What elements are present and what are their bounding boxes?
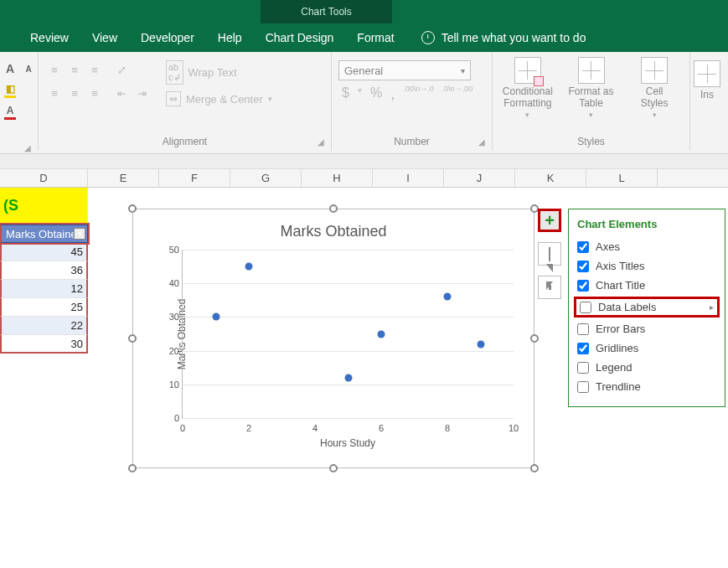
checkbox[interactable] [577,280,589,292]
plot-area[interactable]: Marks Obtained Hours Study 0102030405002… [182,250,514,419]
embedded-chart[interactable]: Marks Obtained Marks Obtained Hours Stud… [132,209,534,468]
tab-help[interactable]: Help [206,23,254,52]
orientation-icon[interactable]: ⤢ [112,60,131,79]
col-header[interactable]: H [302,169,373,187]
tab-developer[interactable]: Developer [129,23,206,52]
chart-element-option-axes[interactable]: Axes [577,237,716,256]
align-right-icon[interactable]: ≡ [85,84,104,102]
number-format-combo[interactable]: General ▾ [338,60,471,80]
align-center-icon[interactable]: ≡ [65,84,84,102]
chart-elements-button[interactable]: + [538,209,561,232]
wrap-text-button[interactable]: abc↲ Wrap Text [161,60,277,84]
checkbox[interactable] [577,261,589,272]
chart-element-option-chart-title[interactable]: Chart Title [577,276,716,295]
col-header[interactable]: E [88,169,159,187]
data-point[interactable] [477,340,484,348]
table-header-marks[interactable]: Marks Obtained ▾ [0,225,88,243]
col-header[interactable]: G [230,169,302,187]
dialog-launcher-icon[interactable]: ◢ [24,143,31,152]
tab-view[interactable]: View [80,23,129,52]
data-cell[interactable]: 22 [0,317,88,335]
formula-bar-strip [0,154,728,169]
y-tick-label: 50 [159,245,179,255]
resize-handle[interactable] [128,334,137,343]
tab-format[interactable]: Format [345,23,405,52]
percent-format-icon[interactable]: % [370,85,382,103]
chart-area[interactable]: Marks Obtained Marks Obtained Hours Stud… [142,218,525,459]
conditional-formatting-button[interactable]: Conditional Formatting ▾ [499,57,556,119]
decrease-decimal-icon[interactable]: .0\n→.00 [442,85,473,103]
align-middle-icon[interactable]: ≡ [65,60,84,79]
data-cell[interactable]: 25 [0,298,88,317]
data-cell[interactable]: 12 [0,280,88,298]
increase-decimal-icon[interactable]: .00\n→.0 [403,85,434,103]
col-header[interactable]: K [515,169,586,187]
resize-handle[interactable] [530,464,539,472]
title-cell[interactable]: (S [0,188,88,225]
data-point[interactable] [378,330,385,338]
chart-element-option-gridlines[interactable]: Gridlines [577,338,716,358]
cell-styles-button[interactable]: Cell Styles ▾ [626,57,683,119]
data-point[interactable] [245,263,253,271]
col-header[interactable]: I [373,169,444,187]
col-header[interactable]: F [159,169,230,187]
increase-indent-icon[interactable]: ⇥ [132,84,151,102]
data-point[interactable] [212,313,219,321]
align-left-icon[interactable]: ≡ [45,84,64,102]
resize-handle[interactable] [329,204,338,213]
resize-handle[interactable] [329,464,338,472]
chart-filters-button[interactable] [538,276,561,299]
decrease-indent-icon[interactable]: ⇤ [112,84,131,102]
tell-me-search[interactable]: Tell me what you want to do [406,31,586,44]
chart-element-option-data-labels[interactable]: Data Labels▸ [574,297,720,318]
x-axis-title[interactable]: Hours Study [182,437,514,449]
increase-font-icon[interactable]: A [2,60,18,77]
col-header[interactable]: D [0,169,88,187]
insert-cells-button[interactable]: Ins [694,60,720,101]
checkbox[interactable] [577,241,589,253]
checkbox[interactable] [580,302,591,313]
decrease-font-icon[interactable]: A [20,60,37,77]
data-point[interactable] [344,374,352,381]
ribbon-group-number: General ▾ $ ▾ % , .00\n→.0 .0\n→.00 Numb… [332,52,493,151]
checkbox[interactable] [577,323,589,335]
x-tick-label: 0 [180,423,185,433]
tab-chart-design[interactable]: Chart Design [254,23,346,52]
y-tick-label: 30 [159,312,179,322]
chart-element-option-axis-titles[interactable]: Axis Titles [577,256,716,276]
checkbox[interactable] [577,381,589,393]
format-as-table-button[interactable]: Format as Table ▾ [563,57,620,119]
resize-handle[interactable] [128,464,137,472]
accounting-format-icon[interactable]: $ [342,85,349,103]
dialog-launcher-icon[interactable]: ◢ [318,137,324,147]
chart-element-option-legend[interactable]: Legend [577,358,716,377]
dialog-launcher-icon[interactable]: ◢ [478,137,485,147]
data-cell[interactable]: 30 [0,335,88,354]
group-label-font: ◢ [2,147,31,149]
tab-review[interactable]: Review [18,23,80,52]
merge-center-button[interactable]: ⇔ Merge & Center ▾ [161,87,277,111]
chart-element-option-trendline[interactable]: Trendline [577,377,716,396]
col-header[interactable]: J [444,169,515,187]
data-cell[interactable]: 36 [0,261,88,280]
submenu-arrow-icon[interactable]: ▸ [710,302,714,312]
col-header[interactable]: L [586,169,658,187]
checkbox[interactable] [577,343,589,354]
option-label: Data Labels [598,301,656,313]
chart-title[interactable]: Marks Obtained [142,218,525,244]
data-point[interactable] [444,293,452,301]
chart-element-option-error-bars[interactable]: Error Bars [577,319,716,338]
align-top-icon[interactable]: ≡ [45,60,64,79]
resize-handle[interactable] [530,334,539,343]
chart-styles-button[interactable] [538,242,561,266]
comma-format-icon[interactable]: , [390,85,395,103]
font-color-icon[interactable]: A [2,104,18,121]
resize-handle[interactable] [128,204,137,213]
fill-color-icon[interactable]: ◧ [2,82,18,99]
column-headers: D E F G H I J K L [0,169,728,188]
checkbox[interactable] [577,362,589,374]
align-bottom-icon[interactable]: ≡ [85,60,104,79]
data-cell[interactable]: 45 [0,243,88,261]
filter-dropdown-icon[interactable]: ▾ [74,228,85,240]
worksheet-area[interactable]: D E F G H I J K L (S Marks Obtained ▾ 45… [0,169,728,568]
